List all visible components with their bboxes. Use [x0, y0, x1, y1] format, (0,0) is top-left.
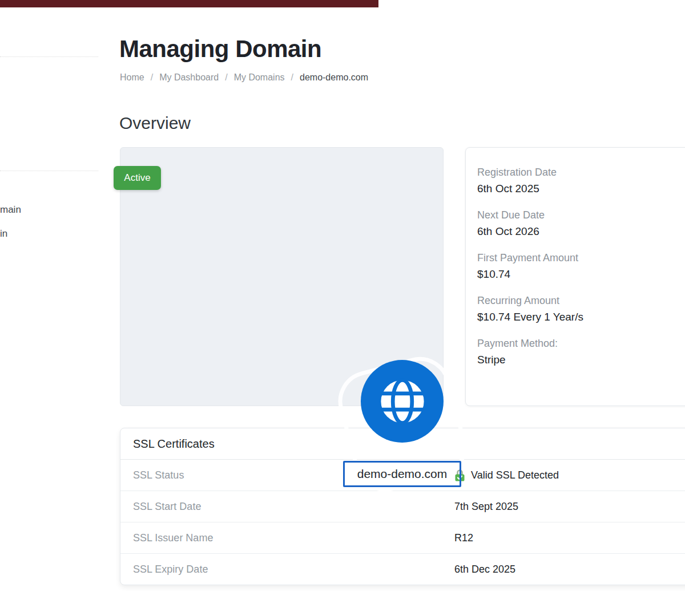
sidebar-item-domain-2[interactable]: in [0, 228, 7, 240]
sidebar-item-domain-1[interactable]: main [0, 204, 21, 216]
ssl-row-value: R12 [454, 532, 473, 544]
ssl-row-label: SSL Issuer Name [120, 532, 454, 544]
ssl-row-value: Valid SSL Detected [471, 469, 559, 481]
page-title: Managing Domain [119, 35, 321, 63]
detail-label: Payment Method: [477, 338, 685, 350]
ssl-row-value: 6th Dec 2025 [454, 564, 515, 576]
detail-label: First Payment Amount [477, 252, 685, 264]
ssl-row-label: SSL Start Date [120, 501, 454, 513]
detail-payment-method: Payment Method: Stripe [477, 338, 685, 366]
ssl-row-value: 7th Sept 2025 [454, 501, 518, 513]
detail-registration-date: Registration Date 6th Oct 2025 [477, 167, 685, 195]
ssl-start-date-row: SSL Start Date 7th Sept 2025 [120, 491, 685, 522]
breadcrumb-separator: / [225, 72, 227, 83]
detail-value: Stripe [477, 354, 685, 366]
sidebar-divider-bottom [0, 171, 98, 171]
ssl-expiry-date-row: SSL Expiry Date 6th Dec 2025 [120, 554, 685, 585]
ssl-row-label: SSL Expiry Date [120, 564, 454, 576]
globe-icon [361, 360, 444, 443]
detail-next-due-date: Next Due Date 6th Oct 2026 [477, 209, 685, 238]
breadcrumb-separator: / [291, 72, 293, 83]
ssl-issuer-name-row: SSL Issuer Name R12 [120, 522, 685, 554]
breadcrumb-my-dashboard[interactable]: My Dashboard [159, 72, 219, 83]
sidebar-divider-top [0, 56, 98, 57]
detail-value: $10.74 Every 1 Year/s [477, 311, 685, 323]
detail-value: $10.74 [477, 268, 685, 281]
detail-label: Next Due Date [477, 209, 685, 221]
detail-value: 6th Oct 2025 [477, 183, 685, 195]
detail-recurring-amount: Recurring Amount $10.74 Every 1 Year/s [477, 295, 685, 323]
domain-name-label: demo-demo.com [357, 467, 448, 481]
domain-details-card: Registration Date 6th Oct 2025 Next Due … [465, 147, 685, 406]
overview-heading: Overview [119, 114, 191, 133]
domain-overview-card: demo-demo.com [120, 147, 444, 406]
detail-first-payment-amount: First Payment Amount $10.74 [477, 252, 685, 281]
top-accent-strip [0, 0, 378, 7]
breadcrumb-my-domains[interactable]: My Domains [234, 72, 285, 83]
breadcrumb: Home / My Dashboard / My Domains / demo-… [120, 72, 368, 83]
breadcrumb-home[interactable]: Home [120, 72, 144, 83]
domain-name-box: demo-demo.com [343, 461, 461, 487]
detail-label: Registration Date [477, 167, 685, 179]
breadcrumb-current-domain: demo-demo.com [300, 72, 368, 83]
detail-value: 6th Oct 2026 [477, 225, 685, 238]
status-badge: Active [114, 166, 161, 190]
detail-label: Recurring Amount [477, 295, 685, 307]
breadcrumb-separator: / [151, 72, 153, 83]
